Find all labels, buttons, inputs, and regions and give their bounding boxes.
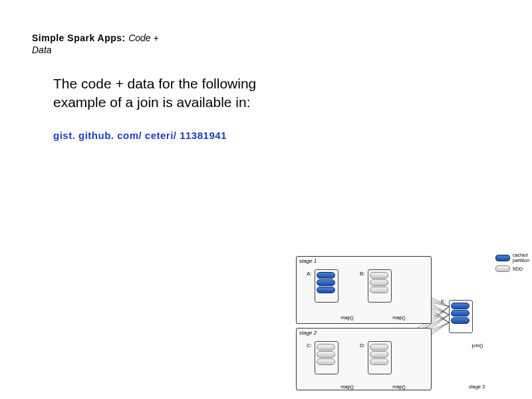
partition-cached-icon [317, 272, 335, 279]
partition-icon [370, 358, 388, 365]
op-map-3: map() [337, 384, 357, 390]
rdd-C [313, 344, 339, 365]
rdd-B [366, 272, 392, 293]
label-E: E: [441, 299, 446, 305]
stage-1-label: stage 1 [299, 258, 317, 264]
op-map-4: map() [389, 384, 409, 390]
op-join: join() [467, 342, 487, 348]
label-B: B: [360, 271, 365, 277]
title-bold: Simple Spark Apps: [32, 33, 128, 43]
partition-icon [370, 287, 388, 293]
dag-diagram: stage 1 A: B: map() map() stage 2 C: D: … [296, 256, 529, 396]
rdd-A [313, 272, 339, 293]
legend-cached-swatch-icon [495, 255, 510, 261]
title-italic-2: Data [32, 45, 52, 55]
legend-rdd-swatch-icon [495, 265, 510, 272]
gist-link[interactable]: gist. github. com/ ceteri/ 11381941 [53, 130, 227, 141]
rdd-E [447, 303, 473, 324]
op-map-1: map() [337, 315, 357, 321]
stage-2-label: stage 2 [299, 330, 317, 336]
label-C: C: [307, 342, 312, 348]
legend-cached-label: cached partition [513, 253, 529, 263]
body-paragraph: The code + data for the following exampl… [53, 74, 306, 112]
partition-cached-icon [317, 279, 335, 286]
partition-icon [317, 351, 335, 358]
partition-icon [317, 344, 335, 350]
title-italic-1: Code + [128, 33, 159, 43]
partition-icon [370, 272, 388, 279]
partition-cached-icon [451, 317, 469, 324]
rdd-D [366, 344, 392, 365]
partition-icon [317, 358, 335, 365]
label-A: A: [307, 271, 312, 277]
stage-3-label: stage 3 [464, 384, 490, 390]
partition-icon [370, 344, 388, 350]
partition-cached-icon [317, 287, 335, 293]
label-D: D: [360, 342, 365, 348]
partition-icon [370, 351, 388, 358]
legend-rdd-label: RDD [513, 267, 523, 272]
partition-cached-icon [451, 303, 469, 309]
op-map-2: map() [389, 315, 409, 321]
slide-title: Simple Spark Apps: Code + Data [32, 32, 231, 56]
legend: cached partition RDD [495, 253, 529, 275]
partition-icon [370, 279, 388, 286]
partition-cached-icon [451, 310, 469, 317]
